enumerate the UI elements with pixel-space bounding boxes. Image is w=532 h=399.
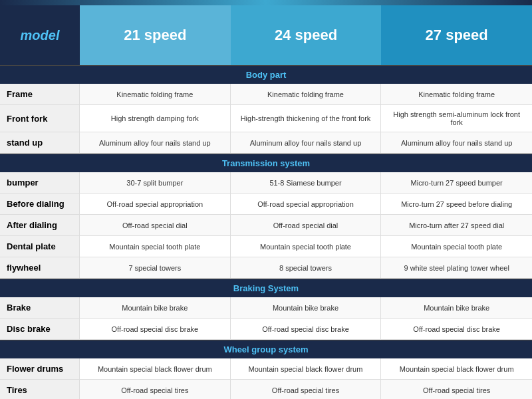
row-cell: Mountain bike brake [80, 297, 231, 318]
row-cell: Mountain special tooth plate [80, 236, 231, 257]
model-label: model [21, 28, 60, 43]
row-label: Before dialing [0, 194, 80, 214]
table-header: model 21 speed 24 speed 27 speed [0, 5, 532, 65]
row-cell: Off-road special disc brake [381, 319, 532, 339]
row-label: Front fork [0, 105, 80, 132]
section-header-3: Wheel group system [0, 340, 532, 358]
row-cell: Mountain special black flower drum [381, 358, 532, 379]
row-cell: Micro-turn 27 speed bumper [381, 172, 532, 193]
row-label: Disc brake [0, 319, 80, 339]
row-cell: Off-road special disc brake [80, 319, 231, 339]
speed-27-header: 27 speed [381, 5, 532, 65]
row-label: bumper [0, 172, 80, 193]
row-label: Brake [0, 297, 80, 318]
table-row: FrameKinematic folding frameKinematic fo… [0, 84, 532, 105]
row-cell: Mountain bike brake [381, 297, 532, 318]
row-cell: Kinematic folding frame [80, 84, 231, 104]
speed-24-header: 24 speed [231, 5, 382, 65]
row-cell: Mountain bike brake [231, 297, 382, 318]
row-cell: Off-road special disc brake [231, 319, 382, 339]
table-row: Before dialingOff-road special appropria… [0, 194, 532, 215]
row-cell: Off-road special tires [381, 380, 532, 399]
table-row: bumper30-7 split bumper51-8 Siamese bump… [0, 172, 532, 194]
comparison-table: model 21 speed 24 speed 27 speed Body pa… [0, 0, 532, 399]
row-cell: 30-7 split bumper [80, 172, 231, 193]
table-row: After dialingOff-road special dialOff-ro… [0, 215, 532, 236]
row-cell: Micro-turn 27 speed before dialing [381, 194, 532, 214]
row-cell: Off-road special appropriation [231, 194, 382, 214]
row-label: After dialing [0, 215, 80, 235]
row-cell: 51-8 Siamese bumper [231, 172, 382, 193]
row-label: Flower drums [0, 358, 80, 379]
row-label: Frame [0, 84, 80, 104]
row-cell: Micro-turn after 27 speed dial [381, 215, 532, 235]
row-cell: Off-road special tires [231, 380, 382, 399]
top-bar [0, 0, 532, 5]
row-cell: Kinematic folding frame [231, 84, 382, 104]
row-cell: Mountain special black flower drum [80, 358, 231, 379]
row-cell: Off-road special appropriation [80, 194, 231, 214]
section-header-1: Transmission system [0, 154, 532, 172]
row-cell: Off-road special dial [231, 215, 382, 235]
table-row: Dental plateMountain special tooth plate… [0, 236, 532, 257]
row-cell: Mountain special black flower drum [231, 358, 382, 379]
table-row: flywheel7 special towers8 special towers… [0, 257, 532, 279]
section-header-0: Body part [0, 65, 532, 84]
model-header: model [0, 5, 80, 65]
table-row: Flower drumsMountain special black flowe… [0, 358, 532, 380]
table-row: stand upAluminum alloy four nails stand … [0, 132, 532, 154]
speed-21-header: 21 speed [80, 5, 231, 65]
section-header-2: Braking System [0, 279, 532, 297]
row-cell: Kinematic folding frame [381, 84, 532, 104]
row-label: Tires [0, 380, 80, 399]
table-row: Front forkHigh strength damping forkHigh… [0, 105, 532, 132]
row-cell: Mountain special tooth plate [381, 236, 532, 257]
table-row: Disc brakeOff-road special disc brakeOff… [0, 319, 532, 340]
row-cell: High-strength thickening of the front fo… [231, 105, 382, 132]
row-cell: 8 special towers [231, 257, 382, 278]
row-label: flywheel [0, 257, 80, 278]
row-cell: Aluminum alloy four nails stand up [231, 132, 382, 153]
table-row: TiresOff-road special tiresOff-road spec… [0, 380, 532, 399]
row-cell: Mountain special tooth plate [231, 236, 382, 257]
row-cell: Off-road special tires [80, 380, 231, 399]
row-cell: 7 special towers [80, 257, 231, 278]
row-cell: Aluminum alloy four nails stand up [80, 132, 231, 153]
row-cell: High strength semi-aluminum lock front f… [381, 105, 532, 132]
table-row: BrakeMountain bike brakeMountain bike br… [0, 297, 532, 319]
row-label: Dental plate [0, 236, 80, 257]
row-cell: 9 white steel plating tower wheel [381, 257, 532, 278]
row-label: stand up [0, 132, 80, 153]
row-cell: Aluminum alloy four nails stand up [381, 132, 532, 153]
row-cell: High strength damping fork [80, 105, 231, 132]
row-cell: Off-road special dial [80, 215, 231, 235]
table-body: Body partFrameKinematic folding frameKin… [0, 65, 532, 399]
